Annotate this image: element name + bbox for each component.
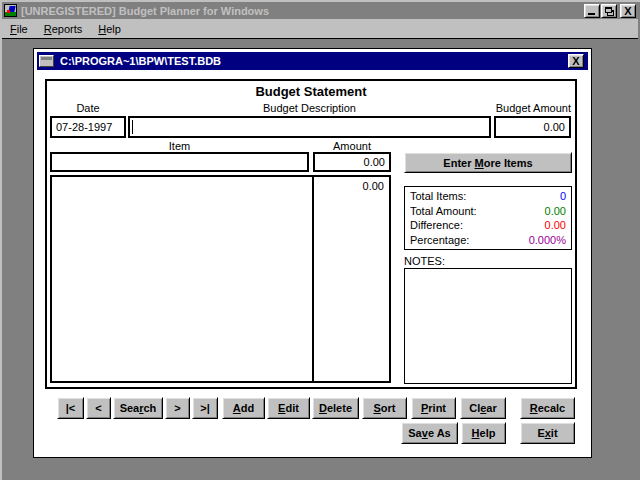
help-button[interactable]: Help [461,422,506,444]
date-field[interactable]: 07-28-1997 [50,116,126,138]
document-window: C:\PROGRA~1\BPW\TEST.BDB X Budget Statem… [33,48,592,458]
list-column-divider [312,177,314,381]
search-button[interactable]: Search [113,397,163,419]
budget-amount-label: Budget Amount [431,102,571,114]
notes-field[interactable] [404,268,572,384]
document-titlebar[interactable]: C:\PROGRA~1\BPW\TEST.BDB X [37,52,588,70]
menu-file[interactable]: File [2,21,36,37]
date-label: Date [50,102,126,114]
percentage-value: 0.000% [529,233,566,247]
sort-button[interactable]: Sort [362,397,407,419]
save-as-button[interactable]: Save As [401,422,458,444]
menu-bar: File Reports Help [2,19,638,39]
description-field[interactable] [128,116,491,138]
percentage-row: Percentage: 0.000% [410,233,566,247]
total-items-row: Total Items: 0 [410,189,566,203]
main-titlebar: [UNREGISTERED] Budget Planner for Window… [2,2,638,19]
edit-button[interactable]: Edit [267,397,310,419]
budget-amount-field[interactable]: 0.00 [494,116,571,138]
document-icon [39,55,54,67]
next-record-button[interactable]: > [165,397,190,419]
total-amount-label: Total Amount: [410,204,477,218]
menu-reports[interactable]: Reports [36,21,91,37]
item-column-header: Item [50,140,309,152]
list-amount-value: 0.00 [363,180,384,192]
text-cursor [132,120,133,134]
restore-button[interactable] [601,4,617,18]
total-amount-row: Total Amount: 0.00 [410,204,566,218]
app-icon[interactable] [4,4,17,17]
last-record-button[interactable]: >| [192,397,218,419]
percentage-label: Percentage: [410,233,469,247]
document-close-button[interactable]: X [568,54,584,68]
menu-help[interactable]: Help [90,21,129,37]
button-row-2: Save As Help Exit [34,422,593,444]
delete-button[interactable]: Delete [312,397,359,419]
difference-label: Difference: [410,218,463,232]
clear-button[interactable]: Clear [460,397,506,419]
recalc-button[interactable]: Recalc [520,397,575,419]
exit-button[interactable]: Exit [520,422,575,444]
item-amount-entry-field[interactable]: 0.00 [313,152,391,172]
budget-statement-panel: Budget Statement Date Budget Description… [45,79,577,389]
minimize-icon [588,13,595,15]
print-button[interactable]: Print [411,397,456,419]
amount-column-header: Amount [313,140,391,152]
difference-value: 0.00 [545,218,566,232]
first-record-button[interactable]: |< [57,397,84,419]
button-row-1: |< < Search > >| Add Edit Delete Sort Pr… [34,397,593,419]
enter-more-items-button[interactable]: Enter More Items [404,152,572,173]
minimize-button[interactable] [584,4,600,18]
add-button[interactable]: Add [222,397,265,419]
item-entry-field[interactable] [50,152,309,172]
document-title: C:\PROGRA~1\BPW\TEST.BDB [60,55,221,67]
close-button[interactable]: X [620,4,636,18]
statement-heading: Budget Statement [47,84,575,99]
close-icon: X [621,4,635,18]
previous-record-button[interactable]: < [86,397,111,419]
document-close-icon: X [569,54,583,68]
window-controls: X [583,4,636,18]
difference-row: Difference: 0.00 [410,218,566,232]
total-items-value: 0 [560,189,566,203]
total-items-label: Total Items: [410,189,466,203]
item-list[interactable]: 0.00 [50,175,391,383]
window-title: [UNREGISTERED] Budget Planner for Window… [21,5,583,17]
total-amount-value: 0.00 [545,204,566,218]
main-window: { "window": { "title": "[UNREGISTERED] B… [0,0,640,480]
notes-label: NOTES: [404,255,445,267]
totals-box: Total Items: 0 Total Amount: 0.00 Differ… [404,186,572,250]
